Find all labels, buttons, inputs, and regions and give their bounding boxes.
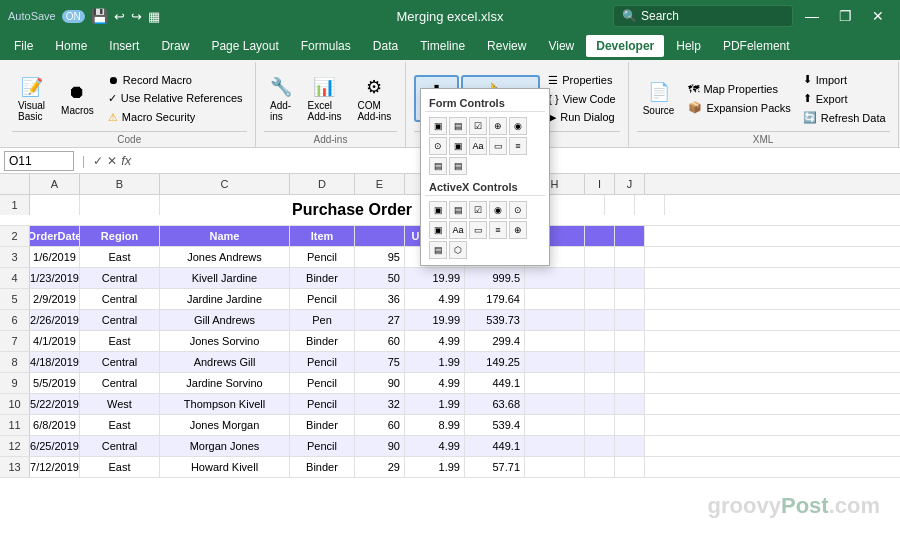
record-macro-button[interactable]: ⏺ Record Macro	[104, 72, 247, 88]
cell-9-region[interactable]: Central	[80, 373, 160, 393]
cell-13-J[interactable]	[615, 457, 645, 477]
cell-12-qty[interactable]: 90	[355, 436, 405, 456]
fc-group-icon[interactable]: ▣	[449, 137, 467, 155]
col-header-B[interactable]: B	[80, 174, 160, 194]
cell-6-date[interactable]: 2/26/2019	[30, 310, 80, 330]
header-D[interactable]: Item	[290, 226, 355, 246]
cell-10-date[interactable]: 5/22/2019	[30, 394, 80, 414]
cell-7-total[interactable]: 299.4	[465, 331, 525, 351]
menu-draw[interactable]: Draw	[151, 35, 199, 57]
cell-12-item[interactable]: Pencil	[290, 436, 355, 456]
cell-10-I[interactable]	[585, 394, 615, 414]
ax-check-icon[interactable]: ☑	[469, 201, 487, 219]
cell-3-date[interactable]: 1/6/2019	[30, 247, 80, 267]
cell-11-total[interactable]: 539.4	[465, 415, 525, 435]
menu-review[interactable]: Review	[477, 35, 536, 57]
cell-3-name[interactable]: Jones Andrews	[160, 247, 290, 267]
header-J[interactable]	[615, 226, 645, 246]
cell-8-J[interactable]	[615, 352, 645, 372]
run-dialog-button[interactable]: ▶ Run Dialog	[544, 109, 619, 126]
autosave-toggle[interactable]: ON	[62, 10, 85, 23]
formula-check-icon[interactable]: ✓	[93, 154, 103, 168]
cell-5-total[interactable]: 179.64	[465, 289, 525, 309]
cell-7-H[interactable]	[525, 331, 585, 351]
cell-6-H[interactable]	[525, 310, 585, 330]
cell-13-name[interactable]: Howard Kivell	[160, 457, 290, 477]
cell-7-qty[interactable]: 60	[355, 331, 405, 351]
cell-7-region[interactable]: East	[80, 331, 160, 351]
menu-insert[interactable]: Insert	[99, 35, 149, 57]
cell-5-qty[interactable]: 36	[355, 289, 405, 309]
cell-4-total[interactable]: 999.5	[465, 268, 525, 288]
cell-5-I[interactable]	[585, 289, 615, 309]
cell-10-item[interactable]: Pencil	[290, 394, 355, 414]
menu-home[interactable]: Home	[45, 35, 97, 57]
com-addins-button[interactable]: ⚙ COMAdd-ins	[351, 72, 397, 126]
menu-file[interactable]: File	[4, 35, 43, 57]
cell-6-unitcost[interactable]: 19.99	[405, 310, 465, 330]
cell-10-H[interactable]	[525, 394, 585, 414]
fc-extra-icon[interactable]: ▤	[449, 157, 467, 175]
cell-13-H[interactable]	[525, 457, 585, 477]
menu-formulas[interactable]: Formulas	[291, 35, 361, 57]
cell-1I[interactable]	[605, 195, 635, 215]
cell-12-J[interactable]	[615, 436, 645, 456]
cell-9-unitcost[interactable]: 4.99	[405, 373, 465, 393]
cell-11-I[interactable]	[585, 415, 615, 435]
cell-6-item[interactable]: Pen	[290, 310, 355, 330]
cell-11-region[interactable]: East	[80, 415, 160, 435]
cell-4-J[interactable]	[615, 268, 645, 288]
col-header-D[interactable]: D	[290, 174, 355, 194]
visual-basic-button[interactable]: 📝 VisualBasic	[12, 72, 51, 126]
cell-5-unitcost[interactable]: 4.99	[405, 289, 465, 309]
cell-6-J[interactable]	[615, 310, 645, 330]
fc-list-icon[interactable]: ⊙	[429, 137, 447, 155]
cell-13-item[interactable]: Binder	[290, 457, 355, 477]
cell-8-I[interactable]	[585, 352, 615, 372]
ax-select-icon[interactable]: ▣	[429, 201, 447, 219]
fc-spin-icon[interactable]: ⊕	[489, 117, 507, 135]
cell-5-name[interactable]: Jardine Jardine	[160, 289, 290, 309]
header-I[interactable]	[585, 226, 615, 246]
export-button[interactable]: ⬆ Export	[799, 90, 890, 107]
cell-5-H[interactable]	[525, 289, 585, 309]
col-header-E[interactable]: E	[355, 174, 405, 194]
redo-icon[interactable]: ↪	[131, 9, 142, 24]
cell-4-qty[interactable]: 50	[355, 268, 405, 288]
cell-12-unitcost[interactable]: 4.99	[405, 436, 465, 456]
import-button[interactable]: ⬇ Import	[799, 71, 890, 88]
cell-4-date[interactable]: 1/23/2019	[30, 268, 80, 288]
cell-6-region[interactable]: Central	[80, 310, 160, 330]
cell-4-H[interactable]	[525, 268, 585, 288]
relative-refs-button[interactable]: ✓ Use Relative References	[104, 90, 247, 107]
cell-10-name[interactable]: Thompson Kivell	[160, 394, 290, 414]
cell-9-H[interactable]	[525, 373, 585, 393]
cell-13-qty[interactable]: 29	[355, 457, 405, 477]
add-ins-button[interactable]: 🔧 Add-ins	[264, 72, 298, 126]
cell-6-I[interactable]	[585, 310, 615, 330]
ax-radio-icon[interactable]: ◉	[489, 201, 507, 219]
cell-13-region[interactable]: East	[80, 457, 160, 477]
col-header-I[interactable]: I	[585, 174, 615, 194]
cell-4-region[interactable]: Central	[80, 268, 160, 288]
cell-12-I[interactable]	[585, 436, 615, 456]
header-B[interactable]: Region	[80, 226, 160, 246]
cell-1B[interactable]	[80, 195, 160, 215]
fc-radio-icon[interactable]: ◉	[509, 117, 527, 135]
cell-5-item[interactable]: Pencil	[290, 289, 355, 309]
header-C[interactable]: Name	[160, 226, 290, 246]
menu-data[interactable]: Data	[363, 35, 408, 57]
cell-10-unitcost[interactable]: 1.99	[405, 394, 465, 414]
view-code-button[interactable]: { } View Code	[544, 91, 619, 107]
cell-11-qty[interactable]: 60	[355, 415, 405, 435]
cell-11-J[interactable]	[615, 415, 645, 435]
cell-11-name[interactable]: Jones Morgan	[160, 415, 290, 435]
cell-7-I[interactable]	[585, 331, 615, 351]
cell-12-date[interactable]: 6/25/2019	[30, 436, 80, 456]
fc-scroll-icon[interactable]: ▭	[489, 137, 507, 155]
cell-5-J[interactable]	[615, 289, 645, 309]
cell-13-unitcost[interactable]: 1.99	[405, 457, 465, 477]
cell-13-total[interactable]: 57.71	[465, 457, 525, 477]
formula-cancel-icon[interactable]: ✕	[107, 154, 117, 168]
cell-6-total[interactable]: 539.73	[465, 310, 525, 330]
